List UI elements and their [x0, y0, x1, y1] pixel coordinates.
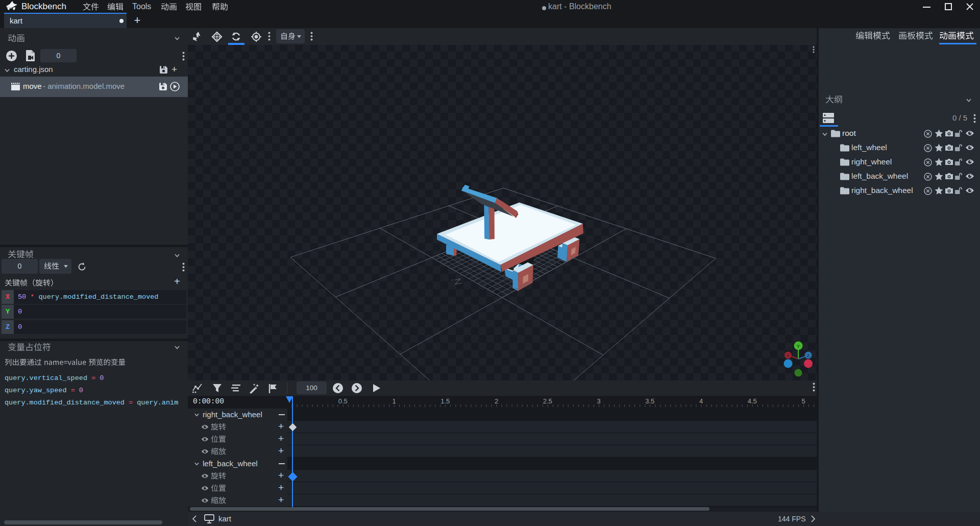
- svg-text:X: X: [787, 353, 790, 358]
- svg-text:Z: Z: [807, 353, 810, 358]
- svg-text:Y: Y: [797, 344, 800, 349]
